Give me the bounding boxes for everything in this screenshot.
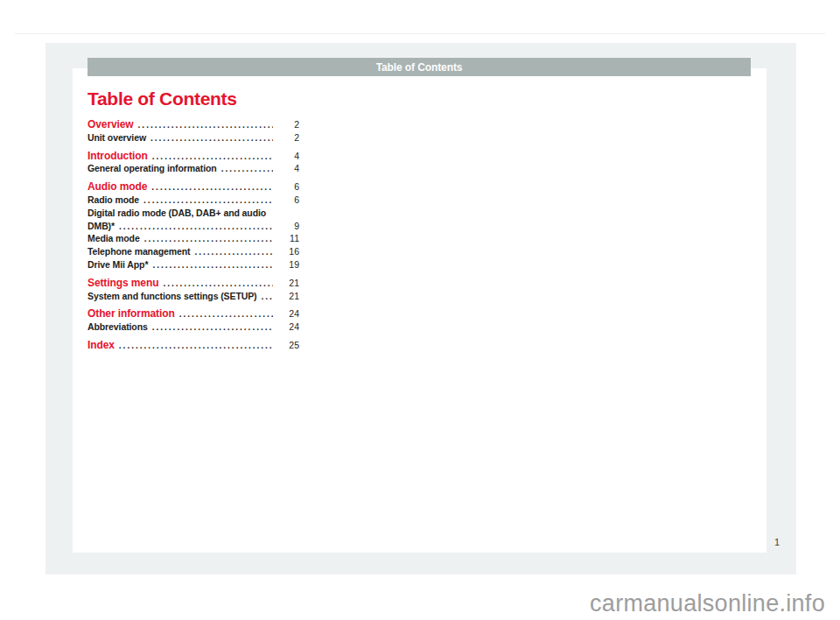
toc-leader-dots: ........................................… [262,291,274,304]
toc-entry-label: Settings menu [88,277,158,290]
toc-entry: Telephone management ...................… [88,245,299,258]
toc-entry: Introduction ...........................… [88,150,299,163]
toc-leader-dots: ........................................… [151,181,273,194]
toc-entry-page: 2 [276,118,299,131]
page-header-title: Table of Contents [376,61,463,74]
toc-entry-page: 4 [276,150,299,163]
toc-entry: Index ..................................… [88,339,299,352]
toc-leader-dots: ........................................… [144,194,273,208]
toc-entry-page: 2 [276,131,299,144]
toc-leader-dots: ........................................… [163,278,273,291]
toc-leader-dots: ........................................… [221,163,273,176]
toc-entry-label: Index [88,339,115,352]
toc-entry-page: 6 [276,194,299,207]
toc-entry: System and functions settings (SETUP) ..… [88,290,299,303]
toc-list: Overview ...............................… [88,118,299,352]
toc-entry-page: 9 [276,220,299,233]
page-content: Table of Contents Overview .............… [88,88,299,352]
toc-entry-label: Drive Mii App* [88,258,148,271]
toc-leader-dots: ........................................… [144,233,273,246]
toc-leader-dots: ........................................… [152,259,273,272]
toc-entry-label: Unit overview [88,131,146,144]
toc-entry-label: Telephone management [88,245,190,258]
toc-leader-dots: ........................................… [152,321,273,335]
toc-entry-page: 6 [276,180,299,194]
toc-leader-dots: ........................................… [119,221,273,234]
toc-entry-label: Other information [88,307,175,321]
toc-entry-label: DMB)* [88,220,115,233]
toc-entry: Digital radio mode (DAB, DAB+ and audio … [88,207,299,220]
toc-entry: Overview ...............................… [88,118,299,131]
toc-entry: Abbreviations ..........................… [88,321,299,334]
toc-entry: Unit overview ..........................… [88,131,299,144]
toc-entry-label: Media mode [88,232,140,245]
toc-entry-page: 4 [276,162,299,175]
toc-entry-label: Radio mode [88,194,139,207]
toc-entry-label: Digital radio mode (DAB, DAB+ and audio [88,207,266,220]
top-divider [15,33,825,34]
toc-entry-label: Abbreviations [88,321,148,334]
toc-entry-label: Overview [88,118,134,131]
page-header-bar: Table of Contents [88,58,751,76]
toc-entry: Settings menu ..........................… [88,277,299,290]
toc-entry: Radio mode .............................… [88,194,299,207]
toc-leader-dots: ........................................… [138,119,273,132]
toc-leader-dots: ........................................… [150,132,273,145]
toc-entry-page: 21 [276,277,299,290]
toc-entry-label: System and functions settings (SETUP) [88,290,257,303]
toc-entry-label: General operating information [88,162,217,175]
toc-leader-dots: ........................................… [119,340,273,353]
toc-entry: Media mode .............................… [88,232,299,245]
toc-entry: DMB)* ..................................… [88,220,299,233]
toc-entry-page: 24 [276,321,299,334]
toc-entry: Other information ......................… [88,307,299,321]
toc-leader-dots: ........................................… [194,246,273,259]
toc-entry-page: 19 [276,258,299,271]
watermark-text: carmanualsonline.info [590,590,825,617]
toc-title: Table of Contents [88,88,299,109]
toc-entry-label: Audio mode [88,180,147,194]
toc-entry-label: Introduction [88,150,148,163]
toc-entry-page: 25 [276,339,299,352]
toc-entry-page: 16 [276,245,299,258]
toc-entry: Drive Mii App* .........................… [88,258,299,271]
toc-entry-page: 21 [276,290,299,303]
toc-entry: General operating information ..........… [88,162,299,175]
toc-leader-dots: ........................................… [152,151,273,164]
toc-entry-page: 24 [276,307,299,321]
sheet-number: 1 [771,537,783,547]
toc-leader-dots: ........................................… [179,308,273,321]
toc-entry: Audio mode .............................… [88,180,299,194]
toc-entry-page: 11 [276,232,299,245]
